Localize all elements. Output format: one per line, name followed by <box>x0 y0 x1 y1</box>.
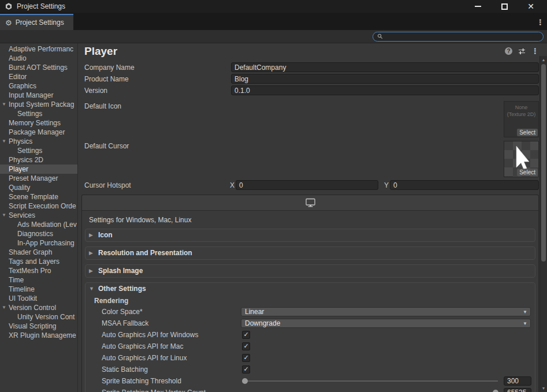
sidebar-item-graphics[interactable]: Graphics <box>0 81 77 91</box>
expander-arrow-icon[interactable]: ▼ <box>2 100 6 109</box>
unity-logo-icon <box>5 2 13 10</box>
sidebar-item-ads-mediation-lev[interactable]: Ads Mediation (Lev <box>0 220 77 229</box>
auto-graphics-api-for-linux-checkbox[interactable]: ✓ <box>242 354 250 362</box>
default-icon-thumbnail[interactable]: None (Texture 2D) Select <box>504 101 539 137</box>
sidebar-item-script-execution-orde[interactable]: Script Execution Orde <box>0 201 77 211</box>
sidebar-item-textmesh-pro[interactable]: TextMesh Pro <box>0 266 77 275</box>
sidebar-item-diagnostics[interactable]: Diagnostics <box>0 229 77 238</box>
resolution-and-presentation-foldout[interactable]: ▶Resolution and Presentation <box>89 249 531 257</box>
sprite-batching-threshold-value-field[interactable]: 300 <box>504 376 531 386</box>
titlebar: Project Settings ✕ <box>0 0 547 13</box>
setting-label: Sprite Batching Max Vertex Count <box>102 389 241 392</box>
section-label: Splash Image <box>98 267 143 275</box>
slider-handle[interactable] <box>242 378 248 384</box>
sidebar-item-memory-settings[interactable]: Memory Settings <box>0 118 77 128</box>
auto-graphics-api-for-windows-checkbox[interactable]: ✓ <box>242 331 250 339</box>
sidebar-item-label: Diagnostics <box>17 230 53 238</box>
sidebar-item-shader-graph[interactable]: Shader Graph <box>0 248 77 257</box>
sidebar-item-preset-manager[interactable]: Preset Manager <box>0 174 77 183</box>
sidebar-item-audio[interactable]: Audio <box>0 54 77 63</box>
search-input[interactable] <box>386 33 539 40</box>
color-space-dropdown[interactable]: Linear▼ <box>241 307 531 316</box>
sidebar-item-scene-template[interactable]: Scene Template <box>0 192 77 201</box>
sidebar-item-quality[interactable]: Quality <box>0 183 77 192</box>
sidebar-item-visual-scripting[interactable]: Visual Scripting <box>0 322 77 331</box>
sidebar-item-settings[interactable]: Settings <box>0 109 77 118</box>
minimize-button[interactable] <box>473 2 482 11</box>
hotspot-x-field[interactable]: 0 <box>236 180 378 190</box>
window-controls: ✕ <box>473 2 542 11</box>
sidebar-item-unity-version-cont[interactable]: Unity Version Cont <box>0 312 77 322</box>
expander-arrow-icon[interactable]: ▼ <box>2 211 6 220</box>
vertical-scrollbar[interactable]: ▲ ▼ <box>539 56 547 392</box>
sidebar-item-burst-aot-settings[interactable]: Burst AOT Settings <box>0 63 77 72</box>
sidebar-item-label: Package Manager <box>9 128 65 136</box>
tab-project-settings[interactable]: ⚙ Project Settings <box>0 14 73 30</box>
sidebar-item-services[interactable]: ▼Services <box>0 211 77 220</box>
default-cursor-select-button[interactable]: Select <box>517 169 538 176</box>
sidebar-item-package-manager[interactable]: Package Manager <box>0 128 77 137</box>
close-button[interactable]: ✕ <box>526 2 535 11</box>
tab-strip: ⚙ Project Settings ⋮ <box>0 13 547 30</box>
sidebar-item-label: Version Control <box>9 304 56 312</box>
expander-arrow-icon[interactable]: ▼ <box>2 137 6 146</box>
tab-menu-kebab-icon[interactable]: ⋮ <box>537 18 544 27</box>
sidebar-item-physics[interactable]: ▼Physics <box>0 137 77 146</box>
product-name-field[interactable]: Blog <box>231 74 539 84</box>
setting-label: Sprite Batching Threshold <box>102 377 241 385</box>
msaa-fallback-dropdown[interactable]: Downgrade▼ <box>241 319 531 328</box>
sidebar-item-input-manager[interactable]: Input Manager <box>0 91 77 100</box>
sidebar-item-version-control[interactable]: ▼Version Control <box>0 303 77 312</box>
hotspot-y-field[interactable]: 0 <box>390 180 539 190</box>
foldout-collapsed-icon: ▶ <box>89 250 94 256</box>
foldout-collapsed-icon: ▶ <box>89 232 94 238</box>
sidebar-item-timeline[interactable]: Timeline <box>0 285 77 294</box>
default-icon-select-button[interactable]: Select <box>517 129 538 136</box>
setting-label: Static Batching <box>102 365 241 374</box>
expander-arrow-icon[interactable]: ▼ <box>2 303 6 312</box>
sidebar-item-input-system-packag[interactable]: ▼Input System Packag <box>0 100 77 109</box>
setting-label: Auto Graphics API for Mac <box>102 342 241 350</box>
presets-icon[interactable] <box>518 48 526 55</box>
help-icon[interactable]: ? <box>505 47 512 55</box>
chevron-down-icon: ▼ <box>523 309 527 315</box>
window-title: Project Settings <box>17 2 65 10</box>
icon-foldout[interactable]: ▶Icon <box>89 231 531 239</box>
sprite-batching-threshold-slider[interactable] <box>244 380 498 382</box>
monitor-icon <box>305 198 316 207</box>
sidebar-item-physics-2d[interactable]: Physics 2D <box>0 155 77 165</box>
search-box[interactable] <box>373 32 544 42</box>
platform-settings-box: Settings for Windows, Mac, Linux ▶Icon▶R… <box>81 195 539 392</box>
scroll-down-icon[interactable]: ▼ <box>540 386 547 390</box>
platform-caption: Settings for Windows, Mac, Linux <box>89 216 538 224</box>
section-label: Resolution and Presentation <box>98 249 192 257</box>
slider-handle[interactable] <box>493 390 498 392</box>
foldout-expanded-icon: ▼ <box>89 286 94 292</box>
sidebar-item-label: Graphics <box>9 82 36 90</box>
default-cursor-thumbnail[interactable]: Select <box>504 141 539 177</box>
more-options-kebab-icon[interactable]: ⋮ <box>531 47 539 55</box>
sidebar-item-tags-and-layers[interactable]: Tags and Layers <box>0 257 77 266</box>
version-field[interactable]: 0.1.0 <box>231 85 539 95</box>
sidebar-item-ui-toolkit[interactable]: UI Toolkit <box>0 294 77 303</box>
sidebar-item-in-app-purchasing[interactable]: In-App Purchasing <box>0 238 77 248</box>
sidebar-item-adaptive-performanc[interactable]: Adaptive Performanc <box>0 44 77 54</box>
auto-graphics-api-for-mac-checkbox[interactable]: ✓ <box>242 342 250 350</box>
sidebar-item-label: Unity Version Cont <box>17 313 75 321</box>
static-batching-checkbox[interactable]: ✓ <box>242 365 250 374</box>
sidebar-item-label: Visual Scripting <box>9 322 57 330</box>
sidebar-item-xr-plugin-manageme[interactable]: XR Plugin Manageme <box>0 331 77 340</box>
desktop-platform-tab[interactable] <box>305 198 316 207</box>
other-settings-header[interactable]: ▼ Other Settings <box>89 285 531 293</box>
sidebar-item-settings[interactable]: Settings <box>0 146 77 155</box>
sidebar-item-label: Quality <box>9 184 30 192</box>
sidebar-item-player[interactable]: Player <box>0 165 77 174</box>
scroll-up-icon[interactable]: ▲ <box>540 58 547 62</box>
company-name-field[interactable]: DefaultCompany <box>231 62 539 72</box>
splash-image-foldout[interactable]: ▶Splash Image <box>89 267 531 275</box>
maximize-button[interactable] <box>500 2 509 11</box>
sprite-batching-max-vertex-count-value-field[interactable]: 65535 <box>504 388 531 392</box>
sidebar-item-editor[interactable]: Editor <box>0 72 77 81</box>
sidebar-item-time[interactable]: Time <box>0 275 77 285</box>
scrollbar-thumb[interactable] <box>541 64 546 262</box>
